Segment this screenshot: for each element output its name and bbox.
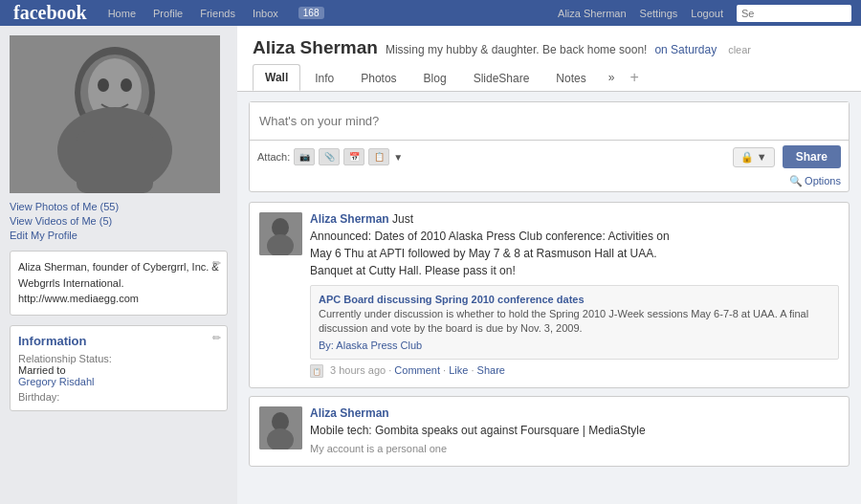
info-title: Information xyxy=(18,334,219,348)
tab-notes[interactable]: Notes xyxy=(543,65,598,91)
share-link[interactable]: Share xyxy=(477,364,505,376)
attach-photo-btn[interactable]: 📷 xyxy=(294,148,315,165)
relationship-label: Relationship Status: xyxy=(18,353,219,364)
nav-friends[interactable]: Friends xyxy=(200,8,235,19)
view-photos-link[interactable]: View Photos of Me (55) xyxy=(10,201,228,212)
svg-point-4 xyxy=(98,78,109,92)
profile-status: Missing my hubby & daughter. Be back hom… xyxy=(386,43,648,56)
profile-photo-image xyxy=(10,35,220,193)
bio-text: Aliza Sherman, founder of Cybergrrl, Inc… xyxy=(18,259,219,307)
tab-photos[interactable]: Photos xyxy=(348,65,408,91)
post-verb: Just xyxy=(392,212,413,226)
attach-event-btn[interactable]: 📅 xyxy=(343,148,364,165)
link-source-name[interactable]: Alaska Press Club xyxy=(336,340,422,351)
options-icon: 🔍 xyxy=(789,175,803,187)
main-layout: View Photos of Me (55) View Videos of Me… xyxy=(0,26,861,504)
share-button[interactable]: Share xyxy=(783,145,841,168)
partner-name[interactable]: Gregory Risdahl xyxy=(18,376,219,387)
profile-name: Aliza Sherman xyxy=(253,37,378,58)
post-item: Aliza Sherman Just Announced: Dates of 2… xyxy=(249,202,850,388)
profile-photo xyxy=(10,35,220,193)
attach-label: Attach: xyxy=(257,151,290,163)
post-avatar xyxy=(259,212,302,255)
edit-profile-link[interactable]: Edit My Profile xyxy=(10,230,228,241)
post-avatar-svg-2 xyxy=(259,406,302,449)
info-box: ✏ Information Relationship Status: Marri… xyxy=(10,325,228,411)
comment-link[interactable]: Comment xyxy=(394,364,440,376)
profile-status-day: on Saturday xyxy=(654,43,717,56)
tab-more[interactable]: » xyxy=(601,67,623,88)
post-time: 3 hours ago xyxy=(330,364,386,376)
tab-blog[interactable]: Blog xyxy=(411,65,459,91)
birthday-label: Birthday: xyxy=(18,391,219,403)
nav-right: Aliza Sherman Settings Logout xyxy=(558,5,851,22)
view-videos-link[interactable]: View Videos of Me (5) xyxy=(10,215,228,227)
post-actions: 🔒 ▼ Share xyxy=(733,145,841,168)
sidebar-links: View Photos of Me (55) View Videos of Me… xyxy=(10,201,228,241)
search-input[interactable] xyxy=(737,5,851,22)
post-text-extra-2: My account is a personal one xyxy=(310,441,839,457)
attach-file-btn[interactable]: 📎 xyxy=(319,148,340,165)
tab-plus[interactable]: + xyxy=(622,65,646,90)
bio-edit-icon[interactable]: ✏ xyxy=(212,257,221,270)
privacy-button[interactable]: 🔒 ▼ xyxy=(733,147,775,167)
svg-point-5 xyxy=(121,78,132,92)
post-author[interactable]: Aliza Sherman xyxy=(310,212,389,226)
post-item: Aliza Sherman Mobile tech: Gombita speak… xyxy=(249,396,850,468)
nav-settings[interactable]: Settings xyxy=(640,8,678,19)
attach-chevron-icon[interactable]: ▼ xyxy=(393,152,403,163)
post-avatar-svg xyxy=(259,212,302,255)
post-link-source: By: Alaska Press Club xyxy=(319,340,830,351)
relationship-value: Married to xyxy=(18,364,219,376)
post-link-desc: Currently under discussion is whether to… xyxy=(319,307,830,337)
profile-header: Aliza Sherman Missing my hubby & daughte… xyxy=(237,26,861,92)
tab-wall[interactable]: Wall xyxy=(253,64,300,91)
main-content: Aliza Sherman Missing my hubby & daughte… xyxy=(237,26,861,504)
tab-info[interactable]: Info xyxy=(302,65,346,91)
nav-logout[interactable]: Logout xyxy=(691,8,723,19)
top-navigation: facebook Home Profile Friends Inbox168 A… xyxy=(0,0,861,26)
svg-rect-7 xyxy=(77,131,153,193)
bio-box: ✏ Aliza Sherman, founder of Cybergrrl, I… xyxy=(10,251,228,316)
profile-tabs: Wall Info Photos Blog SlideShare Notes »… xyxy=(253,64,846,91)
post-meta: 📋 3 hours ago · Comment · Like · Share xyxy=(310,364,839,378)
info-edit-icon[interactable]: ✏ xyxy=(212,332,221,344)
posts-area: Aliza Sherman Just Announced: Dates of 2… xyxy=(237,202,861,467)
tab-slideshare[interactable]: SlideShare xyxy=(461,65,542,91)
post-text-2: Mobile tech: Gombita speaks out against … xyxy=(310,422,839,439)
post-link-box: APC Board discussing Spring 2010 confere… xyxy=(310,285,839,360)
by-label: By: xyxy=(319,340,334,351)
post-body: Aliza Sherman Just Announced: Dates of 2… xyxy=(310,212,839,378)
facebook-logo: facebook xyxy=(10,2,91,24)
inbox-count[interactable]: 168 xyxy=(298,7,324,19)
post-text: Announced: Dates of 2010 Alaska Press Cl… xyxy=(310,228,839,279)
inbox-label: Inbox xyxy=(253,8,278,19)
post-body-2: Aliza Sherman Mobile tech: Gombita speak… xyxy=(310,406,839,457)
nav-profile[interactable]: Profile xyxy=(153,8,183,19)
post-toolbar: Attach: 📷 📎 📅 📋 ▼ 🔒 ▼ Share xyxy=(250,141,849,173)
profile-status-clear[interactable]: clear xyxy=(728,44,751,55)
profile-name-row: Aliza Sherman Missing my hubby & daughte… xyxy=(253,37,846,58)
left-sidebar: View Photos of Me (55) View Videos of Me… xyxy=(0,26,237,504)
post-author-2[interactable]: Aliza Sherman xyxy=(310,406,389,420)
options-row: 🔍 Options xyxy=(250,173,849,191)
post-input[interactable] xyxy=(250,102,849,141)
nav-home[interactable]: Home xyxy=(108,8,136,19)
post-avatar xyxy=(259,406,302,449)
attach-link-btn[interactable]: 📋 xyxy=(368,148,389,165)
attach-area: Attach: 📷 📎 📅 📋 ▼ xyxy=(257,148,403,165)
profile-photo-svg xyxy=(10,35,220,193)
like-link[interactable]: Like xyxy=(449,364,468,376)
options-link[interactable]: Options xyxy=(805,175,841,187)
post-meta-icon: 📋 xyxy=(310,364,323,378)
post-link-title[interactable]: APC Board discussing Spring 2010 confere… xyxy=(319,294,830,305)
nav-left: facebook Home Profile Friends Inbox168 xyxy=(10,2,324,24)
wall-post-area: Attach: 📷 📎 📅 📋 ▼ 🔒 ▼ Share 🔍 Options xyxy=(249,101,850,192)
user-name-nav: Aliza Sherman xyxy=(558,8,627,19)
